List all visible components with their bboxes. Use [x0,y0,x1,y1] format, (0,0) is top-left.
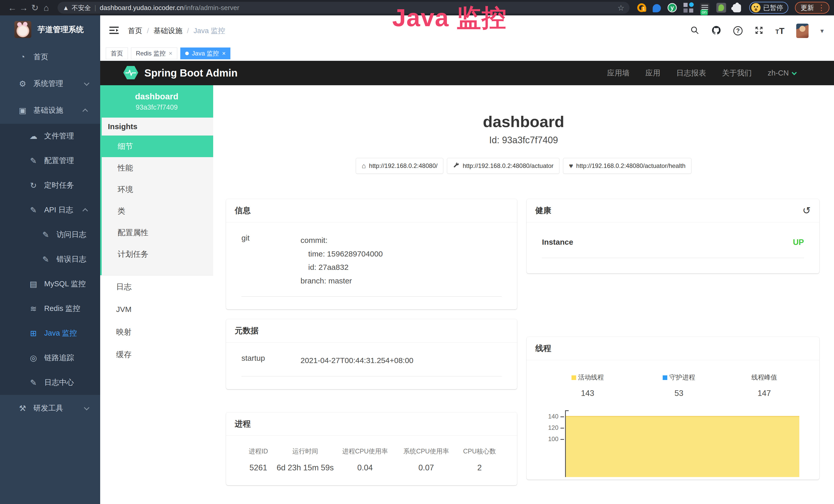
sba-nav-about[interactable]: 关于我们 [722,68,752,78]
gauge-icon: ◔ [16,52,29,62]
sidebar-item-system[interactable]: ⚙ 系统管理 [0,70,100,97]
info-card-title: 信息 [235,205,251,216]
close-icon[interactable]: × [169,50,172,57]
history-icon[interactable]: ↺ [803,206,811,215]
admin-header: 首页 / 基础设施 / Java 监控 ? TT ▾ [100,16,834,46]
sidebar-item-redis[interactable]: ≋ Redis 监控 [0,296,100,321]
extension-grid-icon[interactable] [683,3,693,13]
sba-nav-mappings[interactable]: 映射 [100,321,213,343]
bookmark-star-icon[interactable]: ☆ [617,3,624,12]
update-button[interactable]: 更新 ⋮ [795,2,829,14]
paused-label: 已暂停 [763,3,783,12]
sba-nav-caches[interactable]: 缓存 [100,343,213,366]
wrench-icon [453,162,460,170]
sba-nav-metrics[interactable]: 性能 [102,157,213,179]
health-card: 健康 ↺ Instance UP [527,199,819,273]
java-monitor-icon: ⊞ [27,329,40,338]
user-avatar[interactable] [796,24,809,38]
breadcrumb: 首页 / 基础设施 / Java 监控 [128,26,225,36]
sba-nav-details[interactable]: 细节 [100,136,213,157]
tab-java-monitor[interactable]: Java 监控 × [180,47,231,59]
breadcrumb-home[interactable]: 首页 [128,26,142,36]
extensions-puzzle-icon[interactable] [733,4,741,12]
sba-nav: 应用墙 应用 日志报表 关于我们 zh-CN [607,68,795,78]
sidebar-item-files[interactable]: ☁ 文件管理 [0,124,100,148]
sba-language-select[interactable]: zh-CN [768,69,795,77]
sba-nav-logs[interactable]: 日志 [100,275,213,298]
eye-icon: ◎ [27,353,40,363]
sidebar-submenu-infra: ☁ 文件管理 ✎ 配置管理 ↻ 定时任务 ✎ API 日志 ✎ 访问日志 ✎ [0,124,100,395]
reload-icon[interactable]: ↻ [29,3,41,13]
sidebar-item-devtools[interactable]: ⚒ 研发工具 [0,395,100,421]
sba-header: Spring Boot Admin 应用墙 应用 日志报表 关于我们 zh-CN [100,61,834,85]
document-icon: ✎ [39,255,52,264]
back-icon[interactable]: ← [7,3,18,13]
browser-chrome: ← → ↻ ⌂ ▲ 不安全 | dashboard.yudao.iocoder.… [0,0,834,16]
sba-nav-configprops[interactable]: 配置属性 [102,222,213,244]
sba-nav-journal[interactable]: 日志报表 [676,68,706,78]
sidebar-item-java-monitor[interactable]: ⊞ Java 监控 [0,321,100,346]
extension-orange-icon[interactable]: 1 [637,3,646,12]
sba-instance-header[interactable]: dashboard 93a3fc7f7409 [100,85,213,118]
sba-nav-environment[interactable]: 环境 [102,179,213,200]
sba-nav-applications[interactable]: 应用 [645,68,660,78]
extension-pin-icon[interactable] [653,4,661,12]
cloud-upload-icon: ☁ [27,132,40,141]
sidebar-item-config[interactable]: ✎ 配置管理 [0,148,100,173]
security-label[interactable]: 不安全 [72,4,91,12]
gear-icon: ⚙ [16,79,29,89]
instance-actuator-link[interactable]: http://192.168.0.2:48080/actuator [447,158,559,174]
sidebar-item-infra[interactable]: ▣ 基础设施 [0,97,100,124]
tab-home[interactable]: 首页 [106,47,128,59]
process-header-pid: 进程ID [241,447,275,456]
legend-swatch-blue [663,375,667,380]
sba-nav-jvm[interactable]: JVM [100,298,213,321]
address-bar[interactable]: ▲ 不安全 | dashboard.yudao.iocoder.cn /infr… [58,2,630,14]
extension-y-icon[interactable]: y [667,3,677,12]
forward-icon[interactable]: → [18,3,29,13]
warning-icon: ▲ [63,4,69,12]
heart-pulse-icon: ♥ [569,162,573,170]
font-size-icon[interactable]: TT [775,26,785,36]
sba-nav-classes[interactable]: 类 [102,200,213,222]
fullscreen-icon[interactable] [754,26,764,36]
user-menu-caret-icon[interactable]: ▾ [820,27,824,35]
sidebar-item-mysql[interactable]: ▤ MySQL 监控 [0,272,100,296]
sidebar-fold-icon[interactable] [109,26,119,36]
health-row-instance: Instance UP [542,238,804,258]
help-icon[interactable]: ? [733,26,743,36]
sidebar-item-api-log[interactable]: ✎ API 日志 [0,198,100,222]
extension-leaf-icon[interactable] [716,3,726,13]
app-logo[interactable]: 芋道管理系统 [0,16,100,44]
sidebar-item-access-log[interactable]: ✎ 访问日志 [0,222,100,247]
instance-home-link[interactable]: ⌂ http://192.168.0.2:48080/ [356,158,443,174]
sba-brand[interactable]: Spring Boot Admin [123,65,238,81]
sidebar-item-tracing[interactable]: ◎ 链路追踪 [0,346,100,370]
breadcrumb-infra[interactable]: 基础设施 [154,26,182,36]
github-icon[interactable] [711,25,722,37]
info-card: 信息 git commit: time: 1596289704000 id: 2… [226,199,517,310]
sidebar-item-log-center[interactable]: ✎ 日志中心 [0,370,100,395]
sidebar-item-jobs[interactable]: ↻ 定时任务 [0,173,100,198]
sba-nav-wallboard[interactable]: 应用墙 [607,68,630,78]
instance-health-link[interactable]: ♥ http://192.168.0.2:48080/actuator/heal… [563,158,692,174]
info-value: commit: time: 1596289704000 id: 27aa832 … [301,234,383,288]
y-tick-140: 140 [542,413,558,420]
active-dot [185,52,189,55]
browser-menu-icon[interactable]: ⋮ [817,4,825,12]
tools-icon: ⚒ [16,404,29,413]
profile-paused-pill[interactable]: 已暂停 [749,2,788,14]
close-icon[interactable]: × [222,50,225,57]
update-label: 更新 [800,3,814,12]
sidebar-item-home[interactable]: ◔ 首页 [0,44,100,70]
home-icon[interactable]: ⌂ [41,3,52,13]
process-value-sys-cpu: 0.07 [395,463,458,473]
extension-on-icon[interactable] [700,3,710,13]
page-subtitle: Id: 93a3fc7f7409 [213,135,834,145]
sidebar-item-error-log[interactable]: ✎ 错误日志 [0,247,100,272]
metadata-card-title: 元数据 [235,325,259,336]
tab-redis-monitor[interactable]: Redis 监控 × [131,47,177,59]
process-value-pid: 5261 [241,463,275,473]
search-icon[interactable] [690,26,699,36]
sba-nav-scheduled-tasks[interactable]: 计划任务 [102,244,213,265]
